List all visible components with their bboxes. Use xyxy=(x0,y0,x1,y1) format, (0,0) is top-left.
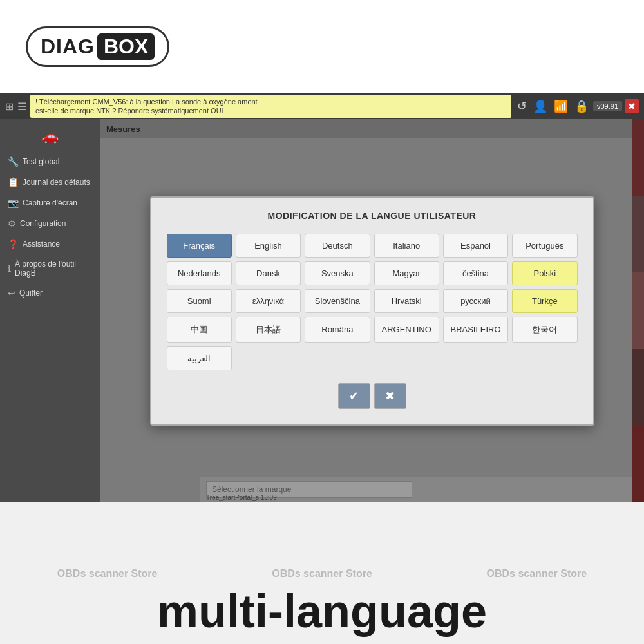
menu-icon[interactable]: ☰ xyxy=(17,100,26,113)
lang-btn-slovenščina[interactable]: Slovenščina xyxy=(305,289,370,313)
sidebar-label-journal: Journal des défauts xyxy=(23,178,90,187)
lang-btn-argentino[interactable]: ARGENTINO xyxy=(374,317,439,343)
topbar-right: ↺ 👤 📶 🔒 v09.91 ✖ xyxy=(515,99,639,113)
lang-btn-română[interactable]: Română xyxy=(305,317,370,343)
message-line1: ! Téléchargement CMM_V56: à la question … xyxy=(35,97,506,106)
lang-btn-한국어[interactable]: 한국어 xyxy=(512,317,577,343)
lang-btn-deutsch[interactable]: Deutsch xyxy=(305,234,370,258)
sidebar-item-quit[interactable]: ↩ Quitter xyxy=(0,283,100,303)
lang-btn-français[interactable]: Français xyxy=(167,234,232,258)
lang-btn-português[interactable]: Português xyxy=(512,234,577,258)
grid-icon[interactable]: ⊞ xyxy=(5,100,14,113)
refresh-icon[interactable]: ↺ xyxy=(515,99,529,113)
promo-watermarks: OBDs scanner Store OBDs scanner Store OB… xyxy=(0,563,644,585)
language-modal: MODIFICATION DE LA LANGUE UTILISATEUR Fr… xyxy=(150,196,594,426)
wifi-icon[interactable]: 📶 xyxy=(552,99,570,113)
close-button[interactable]: ✖ xyxy=(625,99,639,113)
sidebar-item-about[interactable]: ℹ À propos de l'outil DiagB xyxy=(0,254,100,283)
lang-btn-русский[interactable]: русский xyxy=(443,289,508,313)
info-icon: ℹ xyxy=(8,263,11,274)
sidebar-label-config: Configuration xyxy=(20,219,66,228)
promo-watermark-2: OBDs scanner Store xyxy=(272,568,372,580)
lang-btn-hrvatski[interactable]: Hrvatski xyxy=(374,289,439,313)
sidebar-item-config[interactable]: ⚙ Configuration xyxy=(0,213,100,234)
lang-btn-brasileiro[interactable]: BRASILEIRO xyxy=(443,317,508,343)
lang-btn-türkçe[interactable]: Türkçe xyxy=(512,289,577,313)
modal-actions: ✔ ✖ xyxy=(167,383,578,409)
confirm-button[interactable]: ✔ xyxy=(338,383,370,409)
sidebar-label-quit: Quitter xyxy=(19,289,43,298)
version-badge: v09.91 xyxy=(593,101,622,111)
logo-box: BOX xyxy=(97,33,155,60)
sidebar-car-icon: 🚗 xyxy=(0,122,100,151)
sidebar-label-test: Test global xyxy=(23,157,59,166)
content-area: Mesures Tree_startPortal_s 13:09 MODIFIC… xyxy=(100,119,644,502)
promo-section: OBDs scanner Store OBDs scanner Store OB… xyxy=(0,502,644,644)
lang-btn-svenska[interactable]: Svenska xyxy=(305,261,370,285)
lang-btn-dansk[interactable]: Dansk xyxy=(236,261,301,285)
lang-btn-magyar[interactable]: Magyar xyxy=(374,261,439,285)
sidebar-item-capture[interactable]: 📷 Capture d'écran xyxy=(0,193,100,213)
app-background: ⊞ ☰ ! Téléchargement CMM_V56: à la quest… xyxy=(0,93,644,502)
help-icon: ❓ xyxy=(8,239,19,249)
lang-btn-العربية[interactable]: العربية xyxy=(167,346,232,370)
lang-btn-polski[interactable]: Polski xyxy=(512,261,577,285)
lang-btn-italiano[interactable]: Italiano xyxy=(374,234,439,258)
lang-btn-ελληνικά[interactable]: ελληνικά xyxy=(236,289,301,313)
lang-btn-suomi[interactable]: Suomi xyxy=(167,289,232,313)
lang-btn-español[interactable]: Español xyxy=(443,234,508,258)
camera-icon: 📷 xyxy=(8,198,19,208)
quit-icon: ↩ xyxy=(8,288,15,298)
logo-diag: DIAG xyxy=(41,35,95,59)
user-icon[interactable]: 👤 xyxy=(531,99,549,113)
logo: DIAG BOX xyxy=(26,26,169,67)
lang-btn-日本語[interactable]: 日本語 xyxy=(236,317,301,343)
top-area: DIAG BOX xyxy=(0,0,644,93)
promo-watermark-1: OBDs scanner Store xyxy=(57,568,158,580)
sidebar: 🚗 🔧 Test global 📋 Journal des défauts 📷 … xyxy=(0,119,100,502)
cancel-button[interactable]: ✖ xyxy=(374,383,406,409)
journal-icon: 📋 xyxy=(8,177,19,187)
message-line2: est-elle de marque NTK ? Répondre systém… xyxy=(35,106,506,115)
lang-btn-中国[interactable]: 中国 xyxy=(167,317,232,343)
topbar: ⊞ ☰ ! Téléchargement CMM_V56: à la quest… xyxy=(0,93,644,119)
main-layout: 🚗 🔧 Test global 📋 Journal des défauts 📷 … xyxy=(0,119,644,502)
sidebar-item-test-global[interactable]: 🔧 Test global xyxy=(0,151,100,172)
promo-text: multi-language xyxy=(0,585,644,644)
language-grid: FrançaisEnglishDeutschItalianoEspañolPor… xyxy=(167,234,578,370)
modal-title: MODIFICATION DE LA LANGUE UTILISATEUR xyxy=(167,211,578,221)
sidebar-item-assistance[interactable]: ❓ Assistance xyxy=(0,234,100,254)
lang-btn-čeština[interactable]: čeština xyxy=(443,261,508,285)
lang-btn-nederlands[interactable]: Nederlands xyxy=(167,261,232,285)
topbar-message: ! Téléchargement CMM_V56: à la question … xyxy=(30,95,511,118)
test-icon: 🔧 xyxy=(8,156,19,167)
config-icon: ⚙ xyxy=(8,218,16,229)
sidebar-label-assistance: Assistance xyxy=(23,240,60,249)
sidebar-label-capture: Capture d'écran xyxy=(23,198,77,207)
sidebar-item-journal[interactable]: 📋 Journal des défauts xyxy=(0,172,100,193)
lang-btn-english[interactable]: English xyxy=(236,234,301,258)
promo-watermark-3: OBDs scanner Store xyxy=(487,568,587,580)
lock-icon[interactable]: 🔒 xyxy=(573,99,591,113)
modal-overlay: MODIFICATION DE LA LANGUE UTILISATEUR Fr… xyxy=(100,119,644,502)
sidebar-label-about: À propos de l'outil DiagB xyxy=(15,260,92,278)
